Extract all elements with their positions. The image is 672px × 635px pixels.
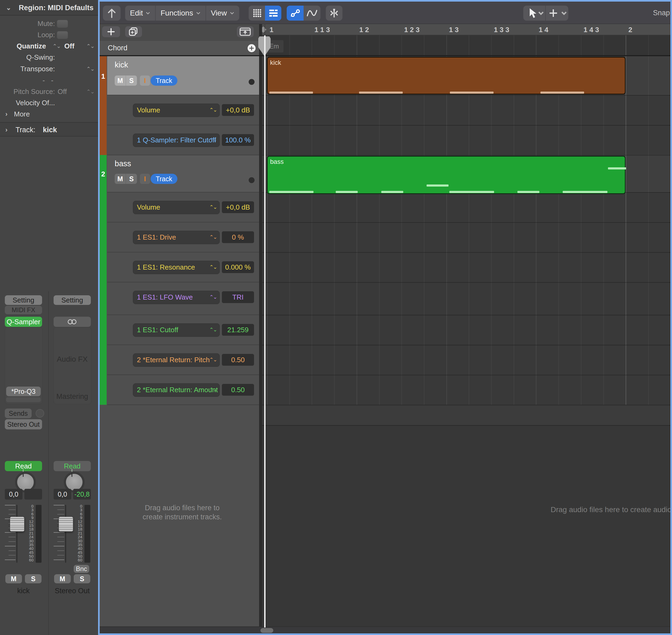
automation-mode-button[interactable]: Track [151,174,177,184]
input-monitor-button[interactable]: I [140,75,150,86]
region-inspector-header[interactable]: ⌄ Region: MIDI Defaults [0,0,98,16]
volume-fader[interactable] [10,517,24,532]
functions-menu[interactable]: Functions [156,6,206,21]
pitch-source-stepper-icon[interactable]: ⌃⌄ [86,86,94,97]
gain-value[interactable]: -20,8 [73,489,91,500]
stereo-format-button[interactable] [54,317,91,327]
pointer-tool-button[interactable] [523,6,545,21]
lane-value[interactable]: +0,0 dB [222,201,254,213]
instrument-slot-q-sampler[interactable]: Q-Sampler [5,317,42,327]
lane-parameter-select[interactable]: 1 ES1: Cutoff⌃⌄ [133,323,220,337]
output-slot-stereo-out[interactable]: Stereo Out [5,419,42,430]
lane-parameter-select[interactable]: 1 Q-Sampler: Filter Cutoff⌃⌄ [133,134,220,147]
velocity-row[interactable]: Velocity Of... [0,97,98,108]
bass-automation-rows[interactable] [262,192,672,405]
midi-fx-slot[interactable]: MIDI FX [5,306,42,314]
loop-checkbox[interactable] [57,31,68,39]
pan-value[interactable]: 0,0 [5,489,22,500]
more-disclosure-icon[interactable]: › [5,108,7,120]
lane-parameter-select[interactable]: 1 ES1: Resonance⌃⌄ [133,261,220,274]
strip-solo-button[interactable]: S [25,574,42,583]
track-inspector-header[interactable]: › Track: kick [0,122,98,136]
strip-solo-button[interactable]: S [74,574,90,583]
automation-lane-2-eternal-return-pitch[interactable]: 2 *Eternal Return: Pitch⌃⌄ 0.50 [107,345,259,375]
chord-track-row[interactable]: Chord [100,41,259,55]
lane-parameter-select[interactable]: 2 *Eternal Return: Pitch⌃⌄ [133,353,220,367]
lane-parameter-select[interactable]: 2 *Eternal Return: Amount⌃⌄ [133,384,220,397]
transpose-row[interactable]: Transpose: ⌃⌄ [0,63,98,74]
more-row[interactable]: › More [0,108,98,120]
pan-value[interactable]: 0,0 [54,489,71,500]
edit-menu[interactable]: Edit [125,6,156,21]
empty-timeline-area[interactable] [262,425,672,627]
duplicate-track-button[interactable] [125,26,142,37]
send-knob[interactable] [36,409,44,418]
grid-view-button[interactable] [249,6,265,21]
track-header-bass[interactable]: bass M S I Track [107,155,259,192]
lane-value[interactable]: 0.000 % [222,261,254,273]
lane-value[interactable]: 0.50 [222,354,254,366]
add-chord-button[interactable] [248,44,256,52]
sends-slot[interactable]: Sends [5,409,31,418]
midi-region-kick[interactable]: kick [267,57,626,94]
pitch-source-value[interactable]: Off [58,86,67,97]
automation-lane-2-eternal-return-amount[interactable]: 2 *Eternal Return: Amount⌃⌄ 0.50 [107,375,259,405]
track-name[interactable]: kick [115,61,128,69]
quantize-row[interactable]: Quantize ⌃⌄ Off ⌃⌄ [0,40,98,52]
track-header-kick[interactable]: kick M S I Track [107,56,259,95]
lane-parameter-select[interactable]: 1 ES1: Drive⌃⌄ [133,231,220,244]
move-up-button[interactable] [103,6,121,21]
lane-parameter-select[interactable]: Volume⌃⌄ [133,104,220,117]
strip-mute-button[interactable]: M [5,574,22,583]
horizontal-scrollbar[interactable] [100,627,672,633]
volume-fader[interactable] [59,517,73,532]
input-monitor-button[interactable]: I [140,174,150,184]
automation-lane-1-es1-lfo-wave[interactable]: 1 ES1: LFO Wave⌃⌄ TRI [107,282,259,312]
empty-lane-row[interactable] [262,405,672,425]
scrollbar-handle[interactable] [260,628,273,633]
automation-lane-volume[interactable]: Volume⌃⌄ +0,0 dB [107,95,259,125]
bar-ruler[interactable]: 11 1 31 21 2 31 31 3 31 41 4 322 [262,24,672,35]
channel-setting-button[interactable]: Setting [54,295,91,305]
empty-plugin-slot[interactable] [6,397,41,402]
automation-curve-button[interactable] [287,6,303,21]
automation-lane-1-es1-resonance[interactable]: 1 ES1: Resonance⌃⌄ 0.000 % [107,252,259,282]
lane-value[interactable]: +0,0 dB [222,104,254,116]
lane-value[interactable]: TRI [222,291,254,303]
track-name[interactable]: bass [115,159,131,168]
track-disclosure-icon[interactable]: › [5,123,7,137]
channel-setting-button[interactable]: Setting [5,295,42,305]
automation-lane-1-q-sampler-filter-cutoff[interactable]: 1 Q-Sampler: Filter Cutoff⌃⌄ 100.0 % [107,125,259,155]
playhead-line[interactable] [264,35,266,628]
lane-list-view-button[interactable] [265,6,281,21]
bounce-button[interactable]: Bnc [74,565,89,573]
midi-region-bass[interactable]: bass [267,156,626,194]
automation-lane-volume[interactable]: Volume⌃⌄ +0,0 dB [107,192,259,222]
quantize-stepper-icon[interactable]: ⌃⌄ [86,40,94,52]
strip-mute-button[interactable]: M [54,574,71,583]
add-track-button[interactable] [102,26,120,37]
solo-button[interactable]: S [126,174,137,184]
mute-button[interactable]: M [115,75,126,86]
show-automation-panel-button[interactable] [237,26,254,37]
lane-value[interactable]: 0.50 [222,384,254,396]
lane-value[interactable]: 21.259 [222,324,254,336]
secondary-tool-button[interactable] [545,6,568,21]
gain-value[interactable] [24,489,42,500]
lane-parameter-select[interactable]: 1 ES1: LFO Wave⌃⌄ [133,291,220,304]
record-enable-dot[interactable] [249,177,255,183]
lane-value[interactable]: 0 % [222,231,254,243]
lane-value[interactable]: 100.0 % [222,134,254,146]
midi-draw-button[interactable] [303,6,320,21]
audio-fx-plugin-pro-q3[interactable]: *Pro-Q3 [6,387,41,396]
automation-lane-1-es1-drive[interactable]: 1 ES1: Drive⌃⌄ 0 % [107,222,259,252]
qswing-row[interactable]: Q-Swing: [0,52,98,63]
mute-checkbox[interactable] [57,20,68,28]
transpose-stepper-icon[interactable]: ⌃⌄ [86,63,94,74]
record-enable-dot[interactable] [249,79,255,85]
catch-playhead-button[interactable] [326,6,342,21]
pitch-source-row[interactable]: Pitch Source: Off ⌃⌄ [0,86,98,97]
view-menu[interactable]: View [206,6,239,21]
mute-button[interactable]: M [115,174,126,184]
automation-mode-button[interactable]: Track [151,75,177,86]
